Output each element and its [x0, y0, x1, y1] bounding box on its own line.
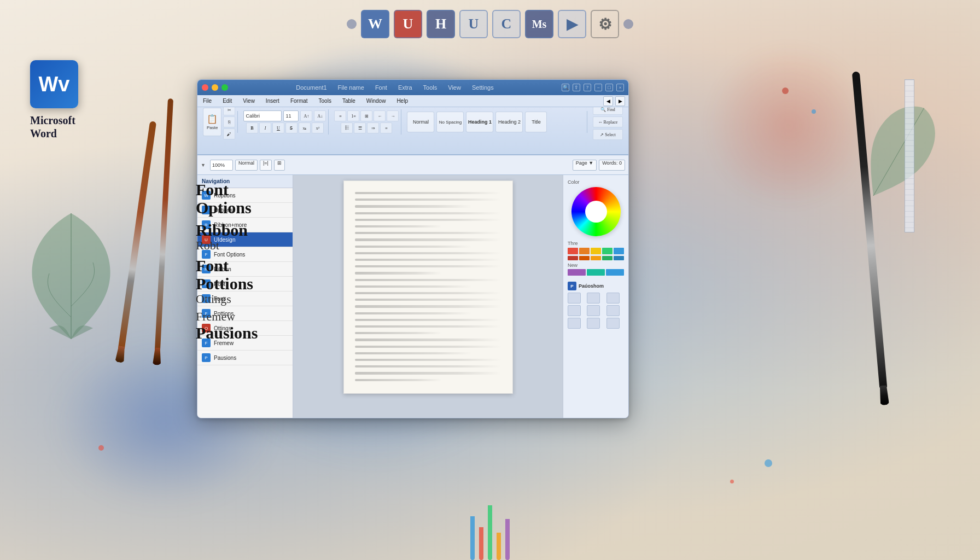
title-filename: Document1 [296, 84, 326, 91]
ribbon: 📋 Paste ✂ ⎘ 🖌 A↑ A↓ B [197, 107, 628, 155]
ribbon-copy-btn[interactable]: ⎘ [223, 116, 235, 127]
word-logo-box: Wv [30, 60, 78, 108]
drip-green [488, 505, 492, 560]
ribbon-format-painter-btn[interactable]: 🖌 [223, 129, 235, 139]
sidebar-item-pausions[interactable]: P Pausions [197, 351, 293, 365]
align-center-btn[interactable]: ☰ [354, 122, 366, 133]
ribbon2-page-btn[interactable]: Page ▼ [573, 160, 597, 171]
align-left-btn[interactable]: ⬱ [341, 122, 353, 133]
ribbon2-grid-btn[interactable]: ⊞ [274, 160, 285, 171]
window-min-btn[interactable] [212, 84, 218, 91]
ribbon-group-paragraph: ≡ 1≡ ⊞ ← → ⬱ ☰ ⇒ ≡ [332, 109, 401, 135]
para-btn-2[interactable] [587, 293, 600, 304]
word-logo-text: MicrosoftWord [30, 114, 78, 140]
menu-item-insert[interactable]: Insert [264, 97, 282, 105]
superscript-btn[interactable]: x² [312, 122, 324, 133]
toolbar-forward-icon[interactable]: ▶ [615, 96, 625, 106]
doc-line-14 [355, 279, 501, 281]
swatch-dark-yellow[interactable] [591, 256, 601, 260]
swatch-green[interactable] [602, 248, 612, 254]
ruler [905, 79, 914, 232]
swatch-red[interactable] [568, 248, 578, 254]
menu-item-format[interactable]: Format [288, 97, 310, 105]
font-increase-btn[interactable]: A↑ [300, 110, 312, 121]
strikethrough-btn[interactable]: S̶ [285, 122, 298, 133]
swatch-dark-green[interactable] [602, 256, 612, 260]
subscript-btn[interactable]: x₂ [299, 122, 311, 133]
decrease-indent-btn[interactable]: ← [374, 110, 386, 121]
new-label: New [568, 262, 624, 268]
style-normal-btn[interactable]: Normal [407, 112, 434, 132]
doc-line-18 [355, 305, 501, 307]
zoom-input[interactable] [210, 160, 233, 171]
swatch-teal[interactable] [587, 269, 605, 276]
ribbon2-normal-btn[interactable]: Normal [235, 160, 258, 171]
numbering-btn[interactable]: 1≡ [347, 110, 359, 121]
menu-item-table[interactable]: Table [340, 97, 358, 105]
window-max-btn[interactable] [221, 84, 228, 91]
letter-tile-u2: U [459, 10, 488, 38]
swatch-dark-blue[interactable] [614, 256, 624, 260]
swatch-dark-red[interactable] [568, 256, 578, 260]
align-right-btn[interactable]: ⇒ [367, 122, 379, 133]
ribbon2-words-btn[interactable]: Words: 0 [599, 160, 625, 171]
style-nospace-btn[interactable]: No Spacing [436, 112, 464, 132]
menu-item-file[interactable]: File [201, 97, 214, 105]
menu-item-window[interactable]: Window [364, 97, 388, 105]
toolbar-back-icon[interactable]: ◀ [603, 96, 613, 106]
para-btn-5[interactable] [587, 305, 600, 316]
color-wheel[interactable] [571, 187, 621, 236]
document-area[interactable] [293, 175, 563, 418]
overlay-ribbon-item: Ribbon Robt [196, 221, 258, 252]
multilevel-btn[interactable]: ⊞ [360, 110, 372, 121]
italic-btn[interactable]: I [259, 122, 271, 133]
swatch-blue[interactable] [614, 248, 624, 254]
close-icon[interactable]: × [616, 84, 624, 91]
swatch-yellow[interactable] [591, 248, 601, 254]
menu-item-view[interactable]: View [241, 97, 257, 105]
search-icon[interactable]: 🔍 [562, 84, 569, 91]
minimize-icon[interactable]: − [594, 84, 602, 91]
doc-line-17 [355, 299, 501, 301]
find-btn[interactable]: 🔍 Find [593, 107, 623, 115]
font-family-input[interactable] [243, 110, 282, 121]
para-btn-4[interactable] [568, 305, 581, 316]
increase-indent-btn[interactable]: → [387, 110, 399, 121]
menu-item-help[interactable]: Help [394, 97, 410, 105]
font-decrease-btn[interactable]: A↓ [314, 110, 326, 121]
menu-item-tools[interactable]: Tools [317, 97, 334, 105]
overlay-font2-item: Font Pottions Ottings [196, 256, 258, 306]
ribbon2-ruler-btn[interactable]: |=| [260, 160, 272, 171]
swatch-dark-orange[interactable] [579, 256, 590, 260]
help-icon[interactable]: ? [584, 84, 591, 91]
font-size-input[interactable] [283, 110, 299, 121]
doc-line-23 [355, 339, 501, 341]
swatch-purple[interactable] [568, 269, 586, 276]
swatch-sky[interactable] [606, 269, 624, 276]
swatch-orange[interactable] [579, 248, 590, 254]
window-close-btn[interactable] [202, 84, 208, 91]
ribbon-cut-btn[interactable]: ✂ [223, 107, 235, 115]
ribbon-group-styles: Normal No Spacing Heading 1 Heading 2 Ti… [405, 111, 587, 133]
justify-btn[interactable]: ≡ [380, 122, 392, 133]
menu-item-edit[interactable]: Edit [220, 97, 234, 105]
doc-line-3 [355, 205, 472, 207]
ribbon-paste-btn[interactable]: 📋 Paste [203, 108, 221, 136]
select-btn[interactable]: ↗ Select [593, 129, 623, 140]
maximize-icon[interactable]: □ [605, 84, 613, 91]
title-menu3: Extra [398, 84, 412, 91]
para-btn-7[interactable] [568, 318, 581, 329]
share-icon[interactable]: ⇧ [573, 84, 580, 91]
para-btn-3[interactable] [606, 293, 620, 304]
style-h2-btn[interactable]: Heading 2 [495, 112, 523, 132]
para-btn-9[interactable] [606, 318, 620, 329]
underline-btn[interactable]: U [272, 122, 284, 133]
style-h1-btn[interactable]: Heading 1 [466, 112, 493, 132]
para-btn-8[interactable] [587, 318, 600, 329]
bold-btn[interactable]: B [246, 122, 258, 133]
replace-btn[interactable]: ↔ Replace [593, 116, 623, 127]
para-btn-6[interactable] [606, 305, 620, 316]
style-title-btn[interactable]: Title [525, 112, 547, 132]
para-btn-1[interactable] [568, 293, 581, 304]
bullets-btn[interactable]: ≡ [334, 110, 346, 121]
